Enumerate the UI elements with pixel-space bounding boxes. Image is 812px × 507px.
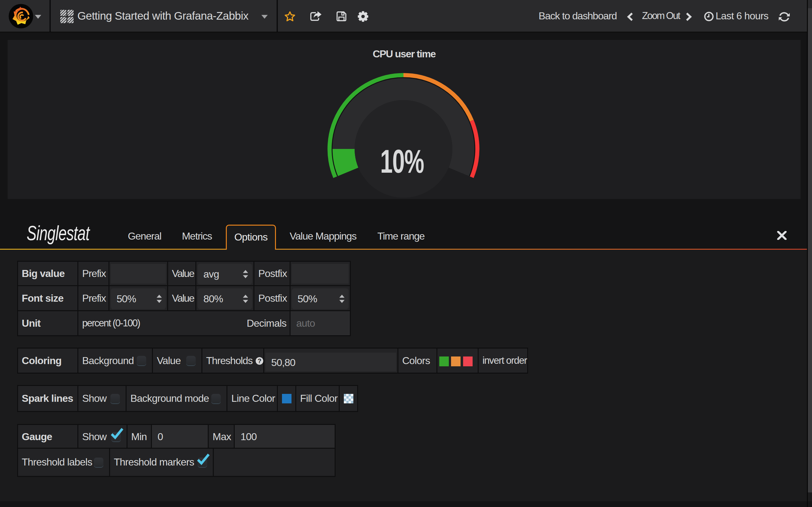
svg-text:10%: 10% [380,143,424,180]
